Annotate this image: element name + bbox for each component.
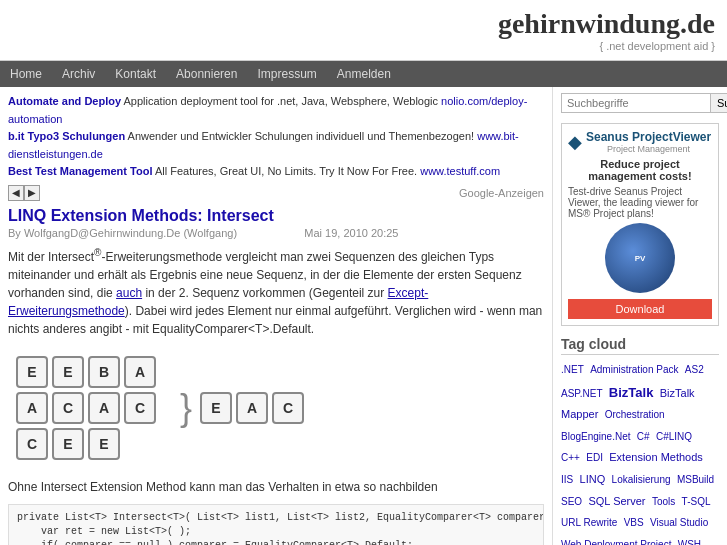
article-body-p2: Ohne Intersect Extension Method kann man… — [8, 478, 544, 496]
site-tagline: { .net development aid } — [12, 40, 715, 52]
tag-admin-pack[interactable]: Administration Pack — [590, 364, 678, 375]
tag-orchestration[interactable]: Orchestration — [605, 409, 665, 420]
pv-circle-logo: PV — [605, 223, 675, 293]
tag-vbs[interactable]: VBS — [624, 517, 644, 528]
brace-icon: } — [180, 390, 192, 426]
prev-arrow[interactable]: ◀ — [8, 185, 24, 201]
tag-blogengine[interactable]: BlogEngine.Net — [561, 431, 631, 442]
tag-wsh[interactable]: WSH — [678, 539, 701, 545]
nav-item-kontakt[interactable]: Kontakt — [105, 61, 166, 87]
tag-cpp[interactable]: C++ — [561, 452, 580, 463]
tag-seo[interactable]: SEO — [561, 496, 582, 507]
result-c: C — [272, 392, 304, 424]
auch-link-1[interactable]: auch — [116, 286, 142, 300]
tag-as2[interactable]: AS2 — [685, 364, 704, 375]
nav-item-impressum[interactable]: Impressum — [247, 61, 326, 87]
article-meta: By WolfgangD@Gehirnwindung.De (Wolfgang)… — [8, 227, 544, 239]
cell-e2: E — [52, 356, 84, 388]
tag-lokalisierung[interactable]: Lokalisierung — [612, 474, 671, 485]
promo-link-2-title[interactable]: b.it Typo3 Schulungen — [8, 130, 125, 142]
tag-biztalk[interactable]: BizTalk — [609, 385, 654, 400]
pv-body: Test-drive Seanus Project Viewer, the le… — [568, 186, 712, 219]
except-link[interactable]: Except-Erweiterungsmethode — [8, 286, 428, 318]
cell-e4: E — [88, 428, 120, 460]
nav-arrows: ◀ ▶ — [8, 185, 40, 201]
tag-visual-studio[interactable]: Visual Studio — [650, 517, 708, 528]
tag-cloud-section: Tag cloud .NET Administration Pack AS2 A… — [561, 336, 719, 545]
tag-csharp[interactable]: C# — [637, 431, 650, 442]
diagram-input: E E B A A C A C C E E — [16, 356, 156, 460]
tag-edi[interactable]: EDI — [586, 452, 603, 463]
google-ads-label: Google-Anzeigen — [459, 187, 544, 199]
cell-e3: E — [52, 428, 84, 460]
tag-tsql[interactable]: T-SQL — [682, 496, 711, 507]
tag-linq[interactable]: LINQ — [580, 473, 606, 485]
main-content: Automate and Deploy Application deployme… — [0, 87, 552, 545]
tag-cloud: .NET Administration Pack AS2 ASP.NET Biz… — [561, 359, 719, 545]
promo-link-1-title[interactable]: Automate and Deploy — [8, 95, 121, 107]
tag-web-deployment[interactable]: Web Deployment Project — [561, 539, 671, 545]
promo-text-2: Anwender und Entwickler Schulungen indiv… — [125, 130, 477, 142]
cell-a2: A — [16, 392, 48, 424]
search-button[interactable]: Suche — [711, 93, 727, 113]
cell-b: B — [88, 356, 120, 388]
pv-headline: Reduce project management costs! — [568, 158, 712, 182]
tag-url-rewrite[interactable]: URL Rewrite — [561, 517, 617, 528]
tag-iis[interactable]: IIS — [561, 474, 573, 485]
search-box: Suche — [561, 93, 719, 113]
tag-msbuild[interactable]: MSBuild — [677, 474, 714, 485]
promo-url-3[interactable]: www.testuff.com — [420, 165, 500, 177]
promo-links: Automate and Deploy Application deployme… — [8, 93, 544, 181]
tag-csharp-linq[interactable]: C#LINQ — [656, 431, 692, 442]
promo-text-1: Application deployment tool for .net, Ja… — [121, 95, 441, 107]
nav-item-home[interactable]: Home — [0, 61, 52, 87]
tag-sql-server[interactable]: SQL Server — [588, 495, 645, 507]
cell-empty — [124, 428, 156, 460]
navbar: HomeArchivKontaktAbonnierenImpressumAnme… — [0, 61, 727, 87]
project-viewer-ad: ◆ Seanus ProjectViewer Project Managemen… — [561, 123, 719, 326]
result-e: E — [200, 392, 232, 424]
site-header: gehirnwindung.de { .net development aid … — [0, 0, 727, 61]
nav-item-abonnieren[interactable]: Abonnieren — [166, 61, 247, 87]
promo-text-3: All Features, Great UI, No Limits. Try I… — [152, 165, 420, 177]
next-arrow[interactable]: ▶ — [24, 185, 40, 201]
nav-item-archiv[interactable]: Archiv — [52, 61, 105, 87]
cell-a3: A — [88, 392, 120, 424]
tag-net[interactable]: .NET — [561, 364, 584, 375]
article-author: By WolfgangD@Gehirnwindung.De (Wolfgang) — [8, 227, 237, 239]
tag-tools[interactable]: Tools — [652, 496, 675, 507]
tag-aspnet[interactable]: ASP.NET — [561, 388, 603, 399]
cell-c2: C — [124, 392, 156, 424]
tag-extension-methods[interactable]: Extension Methods — [609, 451, 703, 463]
google-ads-bar: ◀ ▶ Google-Anzeigen — [8, 185, 544, 201]
diagram-result: E A C — [200, 392, 304, 424]
article: LINQ Extension Methods: Intersect By Wol… — [8, 207, 544, 545]
cell-c3: C — [16, 428, 48, 460]
cell-e1: E — [16, 356, 48, 388]
pv-logo: Seanus ProjectViewer — [586, 130, 711, 144]
result-a: A — [236, 392, 268, 424]
intersect-diagram: E E B A A C A C C E E } — [8, 348, 544, 468]
article-date: Mai 19, 2010 20:25 — [304, 227, 398, 239]
article-title: LINQ Extension Methods: Intersect — [8, 207, 544, 225]
search-input[interactable] — [561, 93, 711, 113]
cell-a1: A — [124, 356, 156, 388]
nav-item-anmelden[interactable]: Anmelden — [327, 61, 401, 87]
pv-sub: Project Management — [586, 144, 711, 154]
sidebar: Suche ◆ Seanus ProjectViewer Project Man… — [552, 87, 727, 545]
promo-link-3-title[interactable]: Best Test Management Tool — [8, 165, 152, 177]
article-body-p1: Mit der Intersect®-Erweiterungsmethode v… — [8, 245, 544, 338]
site-name: gehirnwindung.de — [12, 8, 715, 40]
cell-c1: C — [52, 392, 84, 424]
tag-cloud-title: Tag cloud — [561, 336, 719, 355]
pv-icon: ◆ — [568, 131, 582, 153]
pv-download-button[interactable]: Download — [568, 299, 712, 319]
code-block-1: private List<T> Intersect<T>( List<T> li… — [8, 504, 544, 545]
